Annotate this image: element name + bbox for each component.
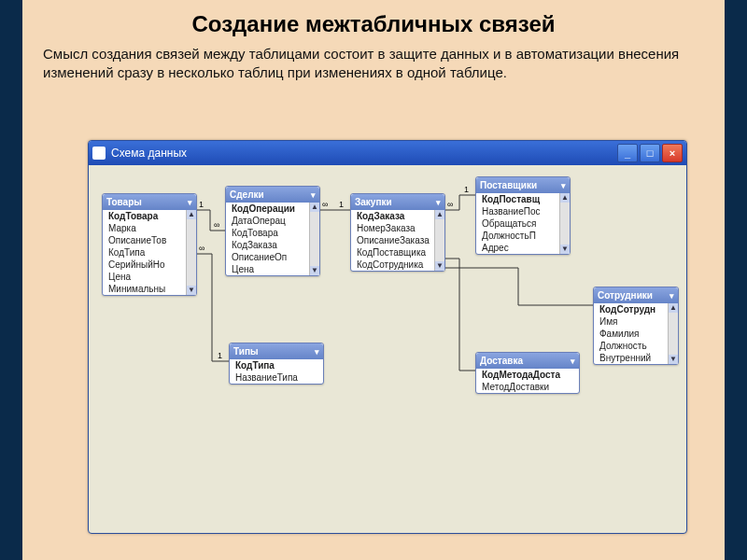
scrollbar[interactable]: ▲▼ (668, 303, 678, 364)
svg-text:∞: ∞ (447, 200, 453, 209)
table-header[interactable]: Товары▾ (103, 194, 196, 210)
slide-background: Создание межтабличных связей Смысл созда… (22, 0, 725, 560)
svg-text:∞: ∞ (199, 244, 204, 253)
field[interactable]: НомерЗаказа (351, 222, 444, 234)
minimize-button[interactable]: _ (617, 144, 638, 162)
field-pk[interactable]: КодМетодаДоста (476, 369, 579, 381)
chevron-down-icon[interactable]: ▾ (669, 291, 674, 301)
field-pk[interactable]: КодЗаказа (351, 210, 444, 222)
field[interactable]: Марка (103, 222, 196, 234)
field[interactable]: КодСотрудника (351, 259, 444, 271)
field[interactable]: Цена (226, 263, 319, 275)
field[interactable]: КодПоставщика (351, 246, 444, 259)
scroll-down-icon[interactable]: ▼ (560, 245, 570, 254)
table-header[interactable]: Типы▾ (230, 343, 323, 359)
scroll-down-icon[interactable]: ▼ (435, 261, 444, 271)
scroll-up-icon[interactable]: ▲ (669, 303, 678, 313)
field[interactable]: ОписаниеОп (226, 251, 319, 263)
field[interactable]: Цена (103, 271, 196, 283)
table-sdelki[interactable]: Сделки▾КодОперацииДатаОперацКодТовараКод… (225, 186, 320, 276)
window-titlebar[interactable]: Схема данных _ □ × (89, 141, 686, 165)
field[interactable]: Минимальны (103, 283, 196, 295)
schema-canvas[interactable]: 1∞∞1∞1∞1 Товары▾КодТовараМаркаОписаниеТо… (89, 165, 686, 533)
chevron-down-icon[interactable]: ▾ (436, 198, 441, 207)
table-sotrud[interactable]: Сотрудники▾КодСотруднИмяФамилияДолжность… (593, 287, 679, 365)
relations-window: Схема данных _ □ × 1∞∞1∞1∞1 Товары▾КодТо… (88, 140, 687, 534)
field[interactable]: НазваниеПос (476, 205, 570, 217)
table-zakupki[interactable]: Закупки▾КодЗаказаНомерЗаказаОписаниеЗака… (350, 193, 445, 272)
field[interactable]: ДатаОперац (226, 215, 319, 227)
table-body: КодОперацииДатаОперацКодТовараКодЗаказаО… (226, 203, 319, 275)
scroll-down-icon[interactable]: ▼ (310, 266, 319, 275)
scroll-up-icon[interactable]: ▲ (560, 193, 570, 203)
table-title: Сделки (230, 189, 264, 200)
table-title: Сотрудники (598, 290, 653, 301)
table-postav[interactable]: Поставщики▾КодПоставщНазваниеПосОбращать… (475, 176, 571, 255)
field[interactable]: КодТипа (103, 246, 196, 259)
table-body: КодТипаНазваниеТипа (230, 359, 323, 384)
field[interactable]: ДолжностьП (476, 230, 570, 242)
table-body: КодТовараМаркаОписаниеТовКодТипаСерийный… (103, 210, 196, 295)
table-title: Закупки (355, 197, 392, 207)
chevron-down-icon[interactable]: ▾ (188, 198, 192, 207)
table-tovary[interactable]: Товары▾КодТовараМаркаОписаниеТовКодТипаС… (102, 193, 197, 296)
field[interactable]: Обращаться (476, 217, 570, 230)
field[interactable]: Внутренний (594, 352, 678, 364)
table-body: КодМетодаДостаМетодДоставки (476, 369, 579, 393)
svg-text:1: 1 (218, 351, 222, 360)
field[interactable]: ОписаниеЗаказа (351, 234, 444, 246)
scrollbar[interactable]: ▲▼ (309, 203, 319, 275)
table-body: КодПоставщНазваниеПосОбращатьсяДолжность… (476, 193, 570, 254)
field[interactable]: НазваниеТипа (230, 371, 323, 384)
table-body: КодЗаказаНомерЗаказаОписаниеЗаказаКодПос… (351, 210, 444, 271)
table-title: Типы (233, 346, 258, 357)
table-title: Поставщики (480, 180, 537, 190)
table-header[interactable]: Доставка▾ (476, 353, 579, 369)
table-dostavka[interactable]: Доставка▾КодМетодаДостаМетодДоставки (475, 352, 580, 394)
scrollbar[interactable]: ▲▼ (186, 210, 196, 295)
table-title: Товары (106, 197, 142, 207)
field-pk[interactable]: КодПоставщ (476, 193, 570, 205)
table-header[interactable]: Сотрудники▾ (594, 287, 678, 303)
svg-text:1: 1 (464, 185, 469, 194)
window-title: Схема данных (111, 147, 187, 160)
maximize-button[interactable]: □ (640, 144, 660, 162)
field[interactable]: ОписаниеТов (103, 234, 196, 246)
scroll-up-icon[interactable]: ▲ (187, 210, 196, 219)
field-pk[interactable]: КодТовара (103, 210, 196, 222)
slide-description: Смысл создания связей между таблицами со… (22, 45, 725, 92)
field[interactable]: СерийныйНо (103, 259, 196, 271)
svg-text:∞: ∞ (214, 220, 219, 230)
scroll-down-icon[interactable]: ▼ (669, 355, 678, 364)
field-pk[interactable]: КодОперации (226, 203, 319, 215)
field[interactable]: Имя (594, 315, 678, 328)
table-title: Доставка (480, 356, 523, 366)
field[interactable]: Фамилия (594, 328, 678, 340)
table-tipy[interactable]: Типы▾КодТипаНазваниеТипа (229, 343, 324, 385)
table-header[interactable]: Закупки▾ (351, 194, 444, 210)
svg-text:1: 1 (339, 200, 344, 209)
field[interactable]: Должность (594, 340, 678, 352)
app-icon (92, 147, 106, 160)
table-body: КодСотруднИмяФамилияДолжностьВнутренний▲… (594, 303, 678, 364)
svg-text:1: 1 (199, 200, 204, 209)
chevron-down-icon[interactable]: ▾ (571, 357, 575, 366)
scrollbar[interactable]: ▲▼ (434, 210, 444, 271)
chevron-down-icon[interactable]: ▾ (311, 190, 316, 200)
scrollbar[interactable]: ▲▼ (559, 193, 570, 254)
chevron-down-icon[interactable]: ▾ (561, 181, 566, 190)
scroll-up-icon[interactable]: ▲ (310, 203, 319, 212)
field-pk[interactable]: КодТипа (230, 359, 323, 371)
scroll-down-icon[interactable]: ▼ (187, 286, 196, 295)
slide-title: Создание межтабличных связей (22, 0, 725, 45)
chevron-down-icon[interactable]: ▾ (315, 347, 319, 357)
field[interactable]: Адрес (476, 242, 570, 254)
field[interactable]: КодЗаказа (226, 239, 319, 251)
field[interactable]: МетодДоставки (476, 381, 579, 393)
close-button[interactable]: × (662, 144, 683, 162)
table-header[interactable]: Поставщики▾ (476, 177, 570, 193)
field[interactable]: КодТовара (226, 227, 319, 239)
scroll-up-icon[interactable]: ▲ (435, 210, 444, 219)
table-header[interactable]: Сделки▾ (226, 187, 319, 203)
field-pk[interactable]: КодСотрудн (594, 303, 678, 315)
